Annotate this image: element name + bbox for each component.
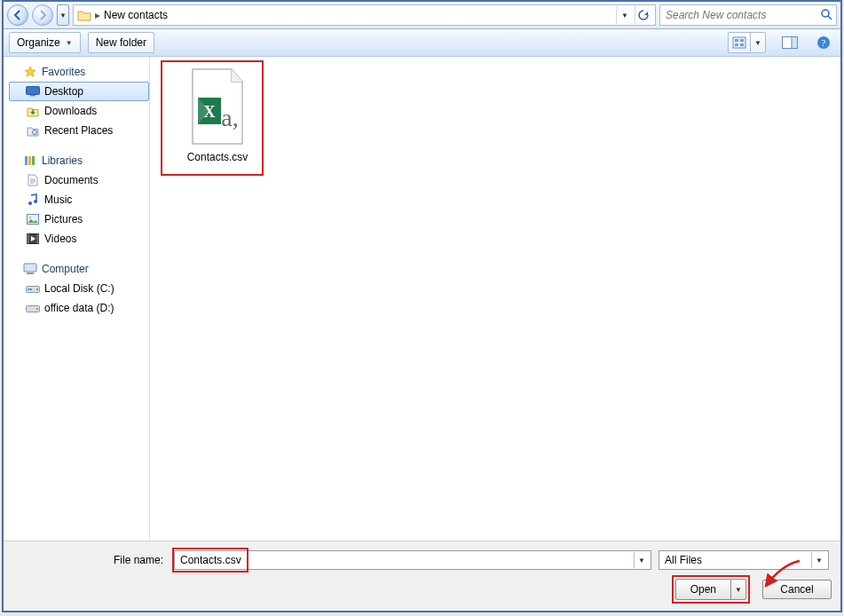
svg-point-0 [822,10,829,17]
svg-point-17 [28,201,32,205]
nav-item-label: Local Disk (C:) [44,282,114,295]
svg-rect-8 [792,37,798,49]
nav-group-favorites[interactable]: Favorites [9,62,149,82]
drive-icon [26,281,40,296]
nav-item-label: Music [44,193,72,206]
file-list[interactable]: X a, Contacts.csv [150,57,840,541]
filename-combo[interactable]: Contacts.csv ▼ [174,550,651,570]
svg-point-18 [34,200,37,203]
svg-rect-15 [28,156,31,165]
open-button-dropdown[interactable]: ▼ [730,580,745,599]
nav-item-documents[interactable]: Documents [9,170,149,190]
breadcrumb-location: New contacts [104,9,168,21]
nav-item-recent-places[interactable]: Recent Places [9,121,149,140]
svg-text:X: X [204,103,216,121]
nav-group-computer[interactable]: Computer [9,259,149,279]
drive-icon [26,301,40,315]
nav-item-label: Downloads [44,105,97,117]
svg-rect-23 [37,234,39,244]
svg-rect-16 [32,156,35,165]
chevron-down-icon: ▼ [634,552,649,568]
search-icon [820,8,832,23]
nav-group-label: Libraries [42,154,83,167]
cancel-label: Cancel [780,583,813,596]
open-button[interactable]: Open ▼ [675,579,746,600]
open-label: Open [690,583,716,596]
nav-group-label: Favorites [42,66,85,78]
cancel-button[interactable]: Cancel [762,580,832,599]
star-icon [23,65,37,79]
chevron-right-icon: ▸ [95,9,100,21]
svg-rect-4 [740,39,744,42]
file-item[interactable]: X a, Contacts.csv [173,67,262,163]
filename-value: Contacts.csv [180,554,241,566]
svg-rect-3 [735,39,738,42]
breadcrumb[interactable]: ▸ New contacts ▼ [73,4,656,26]
search-box[interactable] [659,4,837,26]
pictures-icon [26,212,40,226]
help-button[interactable]: ? [812,32,835,53]
svg-rect-24 [24,264,36,272]
filename-label: File name: [12,554,167,566]
breadcrumb-dropdown[interactable]: ▼ [616,6,633,24]
nav-item-downloads[interactable]: Downloads [9,101,149,121]
svg-point-30 [36,308,38,310]
svg-rect-5 [735,43,738,46]
downloads-icon [26,104,40,118]
file-thumbnail: X a, [182,67,253,147]
expander-icon [11,265,19,273]
folder-icon [77,8,91,22]
preview-pane-button[interactable] [778,32,801,53]
nav-item-label: Videos [44,233,76,245]
svg-rect-25 [27,272,34,274]
organize-label: Organize [17,36,60,49]
svg-rect-22 [28,234,29,244]
libraries-icon [23,154,37,168]
address-bar: ▼ ▸ New contacts ▼ [4,2,840,29]
svg-text:?: ? [822,37,826,48]
svg-point-20 [29,217,32,219]
nav-item-music[interactable]: Music [9,190,149,209]
svg-rect-2 [733,37,745,48]
videos-icon [26,232,40,246]
forward-button[interactable] [32,4,53,26]
nav-item-label: Pictures [44,213,83,225]
music-icon [26,193,40,207]
recent-places-icon [26,123,40,138]
dialog-footer: File name: Contacts.csv ▼ All Files ▼ Op… [4,541,840,611]
nav-item-desktop[interactable]: Desktop [9,82,149,101]
body: Favorites Desktop Downloads Recent Place… [4,57,840,541]
svg-rect-14 [25,156,28,165]
computer-icon [23,262,37,276]
expander-icon [11,157,19,165]
nav-item-label: office data (D:) [44,302,114,314]
new-folder-button[interactable]: New folder [88,32,154,53]
nav-group-label: Computer [42,263,89,275]
refresh-button[interactable] [635,6,651,24]
svg-point-28 [36,288,38,290]
view-mode-button[interactable]: ▼ [728,32,766,53]
organize-button[interactable]: Organize ▼ [9,32,81,53]
open-file-dialog: ▼ ▸ New contacts ▼ Organize ▼ [2,0,842,612]
nav-item-office-data-d[interactable]: office data (D:) [9,298,149,318]
nav-item-pictures[interactable]: Pictures [9,209,149,229]
svg-text:a,: a, [221,104,238,131]
nav-group-libraries[interactable]: Libraries [9,151,149,170]
thumbnails-icon [729,33,750,52]
desktop-icon [26,84,40,99]
nav-item-local-disk-c[interactable]: Local Disk (C:) [9,279,149,298]
back-button[interactable] [7,4,28,26]
expander-icon [11,68,19,76]
nav-pane: Favorites Desktop Downloads Recent Place… [4,57,150,541]
chevron-down-icon: ▼ [66,39,73,47]
search-input[interactable] [664,8,816,22]
file-type-value: All Files [665,554,702,566]
nav-item-videos[interactable]: Videos [9,229,149,249]
nav-history-dropdown[interactable]: ▼ [57,4,69,26]
toolbar: Organize ▼ New folder ▼ [4,29,840,57]
nav-item-label: Desktop [44,85,83,98]
file-type-combo[interactable]: All Files ▼ [659,550,829,570]
new-folder-label: New folder [96,36,146,49]
chevron-down-icon: ▼ [811,552,826,568]
svg-rect-6 [740,43,744,46]
